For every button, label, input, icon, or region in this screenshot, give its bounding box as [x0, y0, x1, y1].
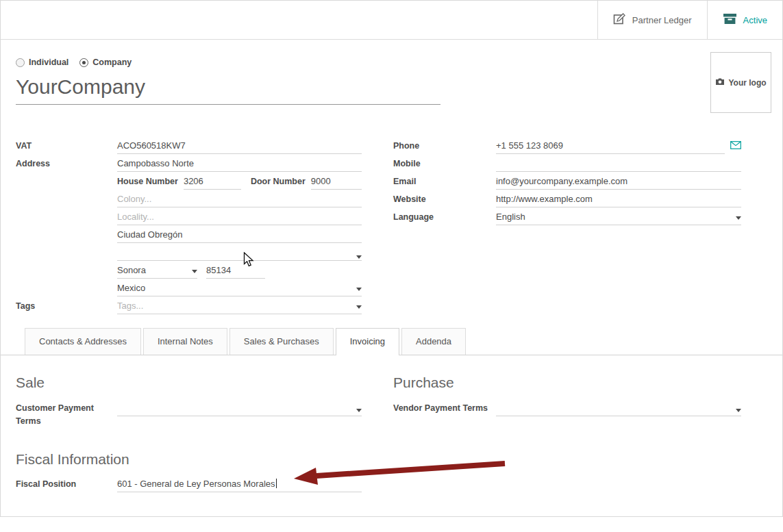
email-label: Email — [393, 177, 496, 190]
vat-label: VAT — [16, 141, 117, 154]
purchase-section: Purchase Vendor Payment Terms — [393, 375, 741, 428]
language-row: Language English — [393, 207, 741, 225]
state-zip-row: Sonora 85134 — [16, 261, 362, 279]
phone-input[interactable]: +1 555 123 8069 — [496, 140, 725, 154]
individual-radio-label: Individual — [29, 58, 69, 67]
tab-internal-notes[interactable]: Internal Notes — [143, 328, 227, 355]
tab-sales-purchases[interactable]: Sales & Purchases — [229, 328, 334, 355]
address-label: Address — [16, 159, 117, 172]
company-type-radio-group: Individual Company — [16, 58, 771, 67]
website-label: Website — [393, 194, 496, 207]
website-row: Website http://www.example.com — [393, 190, 741, 207]
sale-section: Sale Customer Payment Terms — [16, 375, 362, 428]
street-input[interactable]: Campobasso Norte — [117, 158, 362, 172]
chevron-down-icon — [356, 409, 362, 412]
camera-icon — [715, 77, 725, 88]
chevron-down-icon — [736, 216, 741, 220]
phone-label: Phone — [393, 141, 496, 154]
tab-invoicing[interactable]: Invoicing — [336, 328, 399, 355]
archive-box-icon — [723, 13, 737, 27]
customer-payment-terms-select[interactable] — [117, 402, 362, 416]
fiscal-information-section: Fiscal Information Fiscal Position 601 -… — [16, 451, 362, 492]
municipality-row — [16, 243, 362, 261]
language-select[interactable]: English — [496, 212, 741, 225]
fiscal-information-heading: Fiscal Information — [16, 451, 362, 468]
city-row: Ciudad Obregón — [16, 225, 362, 243]
tags-row: Tags Tags... — [16, 296, 362, 314]
city-value: Ciudad Obregón — [117, 229, 182, 240]
locality-input[interactable]: Locality... — [117, 212, 362, 225]
label-spacer — [16, 186, 117, 190]
phone-value: +1 555 123 8069 — [496, 140, 563, 151]
country-row: Mexico — [16, 279, 362, 296]
sms-envelope-icon[interactable] — [730, 140, 741, 152]
radio-unchecked-icon — [16, 58, 25, 67]
vat-value: ACO560518KW7 — [117, 140, 186, 151]
invoicing-tab-content: Sale Customer Payment Terms Purchase Ven… — [1, 355, 782, 492]
customer-payment-terms-row: Customer Payment Terms — [16, 402, 362, 428]
partner-form: Individual Company Your logo YourCompany — [1, 40, 782, 314]
partner-ledger-label: Partner Ledger — [632, 15, 692, 25]
locality-row: Locality... — [16, 207, 362, 225]
label-spacer — [16, 222, 117, 225]
tab-contacts-addresses[interactable]: Contacts & Addresses — [25, 328, 141, 355]
label-spacer — [16, 257, 117, 261]
vendor-payment-terms-select[interactable] — [496, 402, 741, 416]
chevron-down-icon — [356, 305, 362, 309]
left-field-column: VAT ACO560518KW7 Address Campobasso Nort… — [16, 136, 362, 314]
tags-input[interactable]: Tags... — [117, 301, 362, 314]
municipality-select[interactable] — [117, 254, 362, 261]
zip-input[interactable]: 85134 — [206, 265, 265, 279]
logo-placeholder-label: Your logo — [728, 78, 766, 88]
top-bar: Partner Ledger Active — [1, 1, 782, 40]
text-cursor — [276, 479, 277, 488]
vat-input[interactable]: ACO560518KW7 — [117, 140, 362, 154]
door-number-label: Door Number — [251, 177, 306, 186]
state-select[interactable]: Sonora — [117, 265, 197, 279]
individual-radio[interactable]: Individual — [16, 58, 69, 67]
partner-ledger-button[interactable]: Partner Ledger — [597, 1, 707, 39]
chevron-down-icon — [356, 288, 362, 291]
vendor-payment-terms-label: Vendor Payment Terms — [393, 402, 496, 416]
company-radio[interactable]: Company — [79, 58, 132, 67]
fiscal-position-row: Fiscal Position 601 - General de Ley Per… — [16, 479, 362, 492]
website-input[interactable]: http://www.example.com — [496, 194, 741, 207]
colony-row: Colony... — [16, 190, 362, 207]
city-input[interactable]: Ciudad Obregón — [117, 229, 362, 243]
company-name-input[interactable]: YourCompany — [16, 75, 440, 105]
state-value: Sonora — [117, 265, 146, 275]
field-columns: VAT ACO560518KW7 Address Campobasso Nort… — [16, 136, 771, 314]
tags-placeholder: Tags... — [117, 301, 143, 311]
company-radio-label: Company — [92, 58, 132, 67]
colony-input[interactable]: Colony... — [117, 194, 362, 207]
mobile-input[interactable] — [496, 168, 741, 172]
tags-label: Tags — [16, 301, 117, 314]
street-value: Campobasso Norte — [117, 158, 194, 168]
radio-checked-icon — [79, 58, 88, 67]
company-logo-upload[interactable]: Your logo — [710, 52, 771, 113]
active-button[interactable]: Active — [707, 1, 782, 39]
fiscal-position-input[interactable]: 601 - General de Ley Personas Morales — [117, 479, 362, 492]
language-value: English — [496, 212, 525, 222]
label-spacer — [16, 293, 117, 296]
chevron-down-icon — [736, 409, 741, 412]
notebook-tab-bar: Contacts & Addresses Internal Notes Sale… — [1, 328, 782, 355]
vat-row: VAT ACO560518KW7 — [16, 136, 362, 154]
email-value: info@yourcompany.example.com — [496, 176, 627, 186]
phone-row: Phone +1 555 123 8069 — [393, 136, 741, 154]
label-spacer — [16, 204, 117, 207]
label-spacer — [16, 275, 117, 279]
mobile-label: Mobile — [393, 159, 496, 172]
door-number-input[interactable]: 9000 — [311, 176, 362, 190]
label-spacer — [16, 240, 117, 243]
fiscal-position-label: Fiscal Position — [16, 479, 117, 492]
street-row: Address Campobasso Norte — [16, 154, 362, 172]
right-field-column: Phone +1 555 123 8069 Mobile Email — [393, 136, 741, 314]
country-select[interactable]: Mexico — [117, 283, 362, 296]
email-field[interactable]: info@yourcompany.example.com — [496, 176, 741, 190]
tab-addenda[interactable]: Addenda — [401, 328, 466, 355]
mobile-row: Mobile — [393, 154, 741, 172]
house-number-input[interactable]: 3206 — [184, 176, 241, 190]
house-door-row: House Number 3206 Door Number 9000 — [16, 172, 362, 190]
language-label: Language — [393, 212, 496, 225]
